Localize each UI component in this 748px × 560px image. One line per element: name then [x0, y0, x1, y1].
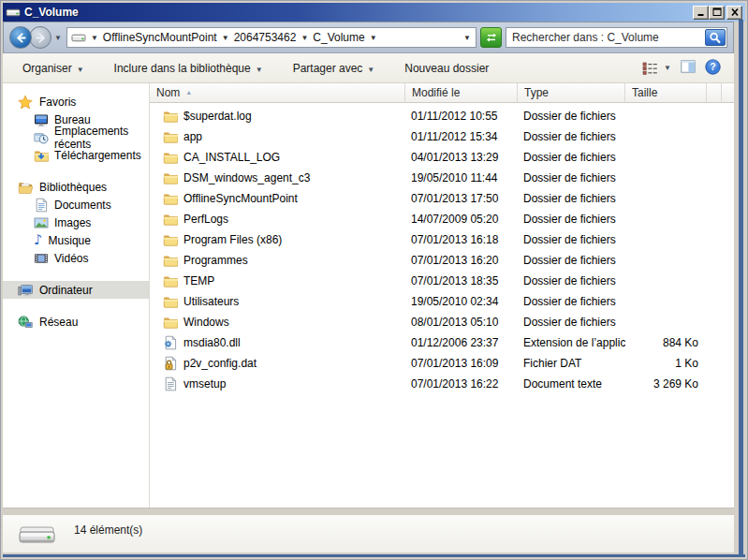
- file-row-windows[interactable]: Windows08/01/2013 05:10Dossier de fichie…: [150, 312, 734, 332]
- minimize-button[interactable]: [693, 6, 709, 20]
- file-name: $superdat.log: [183, 110, 252, 123]
- file-list-pane: Nom▲Modifié leTypeTaille $superdat.log01…: [150, 83, 734, 508]
- file-modified: 08/01/2013 05:10: [405, 316, 518, 329]
- chevron-down-icon[interactable]: ▼: [90, 34, 99, 42]
- file-type: Dossier de fichiers: [518, 151, 625, 164]
- file-row-superdat-log[interactable]: $superdat.log01/11/2012 10:55Dossier de …: [150, 106, 734, 126]
- recent-icon: [34, 130, 49, 145]
- forward-button[interactable]: [29, 26, 51, 49]
- network-icon: [18, 315, 33, 330]
- folder-icon: [163, 232, 178, 247]
- drive-icon: [6, 5, 21, 20]
- recent-pages-dropdown[interactable]: ▼: [54, 34, 62, 42]
- file-type: Extension de l’applic...: [518, 336, 625, 349]
- toolbar-item-nouveau-dossier[interactable]: Nouveau dossier: [396, 57, 497, 80]
- column-header-label: Taille: [632, 86, 657, 99]
- file-name: msdia80.dll: [183, 336, 241, 349]
- file-name: Utilisateurs: [183, 295, 239, 308]
- sidebar-item-favoris[interactable]: Favoris: [3, 93, 149, 111]
- file-name: vmsetup: [183, 377, 226, 391]
- file-row-p2v-config-dat[interactable]: p2v_config.dat07/01/2013 16:09Fichier DA…: [150, 353, 734, 374]
- toolbar-item-inclure-dans-la-bibliotheque[interactable]: Inclure dans la bibliothèque▼: [106, 57, 271, 80]
- breadcrumb-segment-offlinesyncmountpoint[interactable]: OfflineSyncMountPoint: [103, 31, 217, 44]
- sidebar-item-ordinateur[interactable]: Ordinateur: [3, 281, 149, 299]
- search-button[interactable]: [705, 29, 726, 46]
- file-row-dsm-windows-agent-c3[interactable]: DSM_windows_agent_c319/05/2010 11:44Doss…: [150, 168, 734, 188]
- file-type: Fichier DAT: [518, 357, 625, 370]
- sidebar-item-bibliotheques[interactable]: Bibliothèques: [3, 178, 149, 196]
- sidebar-item-videos[interactable]: Vidéos: [3, 249, 149, 267]
- sidebar-item-documents[interactable]: Documents: [3, 196, 149, 214]
- sidebar-item-musique[interactable]: ♪Musique: [3, 231, 149, 249]
- address-input[interactable]: ▼OfflineSyncMountPoint▼2064753462▼C_Volu…: [66, 27, 477, 48]
- help-button[interactable]: ?: [705, 59, 721, 78]
- file-row-temp[interactable]: TEMP07/01/2013 18:35Dossier de fichiers: [150, 271, 734, 291]
- file-row-utilisateurs[interactable]: Utilisateurs19/05/2010 02:34Dossier de f…: [150, 291, 734, 312]
- address-history-dropdown-icon[interactable]: ▼: [462, 34, 472, 42]
- close-button[interactable]: [726, 6, 742, 20]
- sidebar-item-label: Images: [54, 216, 91, 229]
- chevron-down-icon: ▼: [664, 64, 671, 72]
- music-icon: ♪: [34, 233, 43, 247]
- sidebar-item-emplacements-recents[interactable]: Emplacements récents: [3, 128, 149, 146]
- help-icon: ?: [705, 59, 721, 75]
- preview-pane-button[interactable]: [681, 59, 696, 77]
- file-row-offlinesyncmountpoint[interactable]: OfflineSyncMountPoint07/01/2013 17:50Dos…: [150, 188, 734, 209]
- search-input[interactable]: Rechercher dans : C_Volume: [512, 31, 705, 44]
- command-bar: Organiser▼Inclure dans la bibliothèque▼P…: [3, 53, 734, 83]
- breadcrumb-segment-2064753462[interactable]: 2064753462: [234, 31, 297, 44]
- file-row-app[interactable]: app01/11/2012 15:34Dossier de fichiers: [150, 126, 734, 147]
- sidebar-group-favoris: FavorisBureauEmplacements récentsTélécha…: [3, 93, 149, 164]
- back-button[interactable]: [9, 26, 32, 49]
- minimize-icon: [697, 7, 706, 17]
- file-modified: 04/01/2013 13:29: [405, 151, 518, 164]
- toolbar-item-partager-avec[interactable]: Partager avec▼: [285, 57, 384, 80]
- column-header-nom[interactable]: Nom▲: [150, 83, 405, 103]
- file-type: Document texte: [518, 377, 625, 391]
- column-header-taille[interactable]: Taille: [625, 83, 707, 103]
- column-header-type[interactable]: Type: [518, 83, 625, 103]
- breadcrumb-segment-c-volume[interactable]: C_Volume: [313, 31, 364, 44]
- chevron-down-icon: ▼: [256, 66, 263, 74]
- search-box[interactable]: Rechercher dans : C_Volume: [506, 27, 727, 48]
- sidebar-item-images[interactable]: Images: [3, 214, 149, 231]
- file-row-programmes[interactable]: Programmes07/01/2013 16:20Dossier de fic…: [150, 250, 734, 271]
- title-bar[interactable]: C_Volume: [3, 3, 745, 22]
- file-row-program-files-x86[interactable]: Program Files (x86)07/01/2013 16:18Dossi…: [150, 229, 734, 250]
- views-button[interactable]: ▼: [642, 62, 671, 75]
- address-bar: ▼ ▼OfflineSyncMountPoint▼2064753462▼C_Vo…: [3, 22, 734, 53]
- folder-icon: [163, 109, 178, 124]
- file-name: p2v_config.dat: [183, 357, 257, 370]
- file-name: Windows: [183, 316, 229, 329]
- file-modified: 19/05/2010 02:34: [405, 295, 518, 308]
- sidebar-item-reseau[interactable]: Réseau: [3, 313, 149, 331]
- images-icon: [34, 215, 49, 230]
- column-header-label: Nom: [156, 86, 180, 99]
- chevron-down-icon[interactable]: ▼: [300, 34, 309, 42]
- forward-arrow-icon: [34, 31, 48, 45]
- sidebar-item-label: Emplacements récents: [54, 125, 149, 151]
- preview-pane-icon: [681, 59, 696, 74]
- details-pane-divider[interactable]: [3, 508, 734, 515]
- file-row-msdia80-dll[interactable]: msdia80.dll01/12/2006 23:37Extension de …: [150, 332, 734, 353]
- file-type: Dossier de fichiers: [518, 254, 625, 267]
- maximize-button[interactable]: [709, 6, 725, 20]
- file-modified: 19/05/2010 11:44: [405, 171, 518, 184]
- column-header-modifie-le[interactable]: Modifié le: [405, 83, 518, 103]
- sidebar-group-bibliotheques: BibliothèquesDocumentsImages♪MusiqueVidé…: [3, 178, 149, 267]
- search-icon: [708, 31, 723, 45]
- file-type: Dossier de fichiers: [518, 316, 625, 329]
- chevron-down-icon[interactable]: ▼: [221, 34, 230, 42]
- file-row-perflogs[interactable]: PerfLogs14/07/2009 05:20Dossier de fichi…: [150, 209, 734, 229]
- sidebar-group-reseau: Réseau: [3, 313, 149, 331]
- file-row-ca-install-log[interactable]: CA_INSTALL_LOG04/01/2013 13:29Dossier de…: [150, 147, 734, 168]
- refresh-button[interactable]: [480, 27, 502, 48]
- desktop-icon: [34, 112, 49, 127]
- file-name: PerfLogs: [183, 213, 228, 226]
- column-header-blank[interactable]: [707, 83, 722, 103]
- sidebar-item-telechargements[interactable]: Téléchargements: [3, 146, 149, 164]
- file-modified: 01/11/2012 15:34: [405, 130, 518, 143]
- file-row-vmsetup[interactable]: vmsetup07/01/2013 16:22Document texte3 2…: [150, 374, 734, 394]
- toolbar-item-organiser[interactable]: Organiser▼: [14, 57, 93, 80]
- chevron-down-icon[interactable]: ▼: [369, 34, 378, 42]
